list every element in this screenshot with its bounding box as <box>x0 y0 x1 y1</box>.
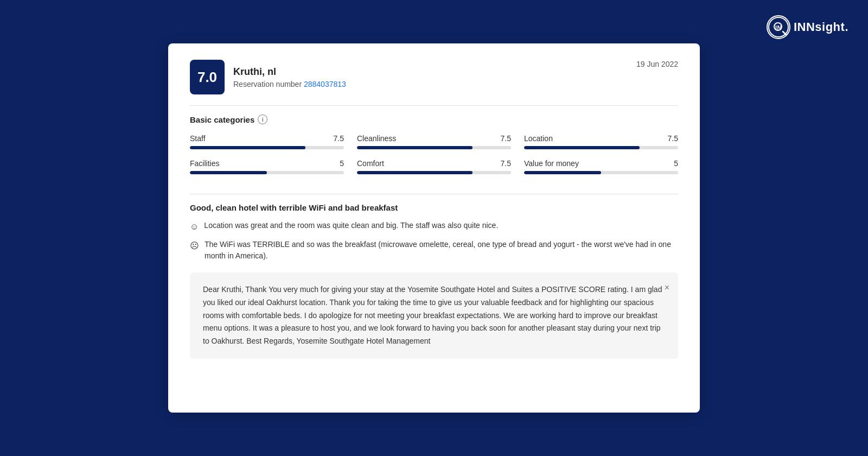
progress-bar-fill <box>190 171 267 174</box>
logo: IN INNsight. <box>767 15 848 39</box>
category-header: Cleanliness 7.5 <box>357 134 511 143</box>
page-wrapper: IN INNsight. 7.0 Kruthi, nl Reservation … <box>0 0 868 456</box>
category-header: Value for money 5 <box>524 159 678 168</box>
category-score: 5 <box>340 159 344 168</box>
category-name: Value for money <box>524 159 579 168</box>
management-reply-text: Dear Kruthi, Thank You very much for giv… <box>203 285 662 345</box>
category-score: 7.5 <box>334 134 344 143</box>
progress-bar-bg <box>524 146 678 149</box>
progress-bar-fill <box>524 171 601 174</box>
category-name: Staff <box>190 134 206 143</box>
section-title-text: Basic categories <box>190 115 254 124</box>
progress-bar-fill <box>357 146 473 149</box>
category-name: Facilities <box>190 159 219 168</box>
negative-review-item: ☹ The WiFi was TERRIBLE and so was the b… <box>190 239 678 262</box>
review-items: ☺ Location was great and the room was qu… <box>190 220 678 262</box>
category-item-location: Location 7.5 <box>524 134 678 149</box>
categories-grid: Staff 7.5 Cleanliness 7.5 Location 7.5 <box>190 134 678 184</box>
progress-bar-bg <box>524 171 678 174</box>
review-title: Good, clean hotel with terrible WiFi and… <box>190 203 678 212</box>
divider-1 <box>190 105 678 106</box>
category-item-comfort: Comfort 7.5 <box>357 159 511 174</box>
progress-bar-bg <box>357 146 511 149</box>
section-title: Basic categories i <box>190 115 678 124</box>
category-name: Location <box>524 134 553 143</box>
category-header: Staff 7.5 <box>190 134 344 143</box>
info-icon[interactable]: i <box>258 115 267 124</box>
reviewer-name: Kruthi, nl <box>233 66 346 78</box>
review-date: 19 Jun 2022 <box>636 60 678 68</box>
negative-icon: ☹ <box>190 239 199 252</box>
logo-icon: IN <box>767 15 790 39</box>
positive-text: Location was great and the room was quit… <box>204 220 498 231</box>
reservation-label: Reservation number <box>233 80 302 88</box>
category-name: Cleanliness <box>357 134 396 143</box>
progress-bar-bg <box>190 171 344 174</box>
category-item-value-for-money: Value for money 5 <box>524 159 678 174</box>
logo-text: INNsight. <box>794 20 848 34</box>
review-card: 7.0 Kruthi, nl Reservation number 288403… <box>168 43 700 413</box>
category-score: 5 <box>674 159 678 168</box>
header-row: 7.0 Kruthi, nl Reservation number 288403… <box>190 60 678 94</box>
positive-icon: ☺ <box>190 220 199 233</box>
negative-text: The WiFi was TERRIBLE and so was the bre… <box>205 239 678 262</box>
progress-bar-bg <box>357 171 511 174</box>
category-header: Location 7.5 <box>524 134 678 143</box>
category-item-staff: Staff 7.5 <box>190 134 344 149</box>
category-header: Comfort 7.5 <box>357 159 511 168</box>
divider-2 <box>190 194 678 194</box>
category-score: 7.5 <box>501 159 511 168</box>
progress-bar-fill <box>357 171 473 174</box>
category-score: 7.5 <box>501 134 511 143</box>
close-icon[interactable]: × <box>665 280 669 295</box>
category-name: Comfort <box>357 159 384 168</box>
positive-review-item: ☺ Location was great and the room was qu… <box>190 220 678 233</box>
header-left: 7.0 Kruthi, nl Reservation number 288403… <box>190 60 346 94</box>
reservation-row: Reservation number 2884037813 <box>233 80 346 88</box>
management-reply: × Dear Kruthi, Thank You very much for g… <box>190 273 678 359</box>
reservation-number[interactable]: 2884037813 <box>304 80 346 88</box>
category-score: 7.5 <box>668 134 678 143</box>
progress-bar-bg <box>190 146 344 149</box>
category-item-cleanliness: Cleanliness 7.5 <box>357 134 511 149</box>
progress-bar-fill <box>524 146 640 149</box>
category-header: Facilities 5 <box>190 159 344 168</box>
category-item-facilities: Facilities 5 <box>190 159 344 174</box>
score-badge: 7.0 <box>190 60 225 94</box>
progress-bar-fill <box>190 146 305 149</box>
reviewer-info: Kruthi, nl Reservation number 2884037813 <box>233 66 346 88</box>
